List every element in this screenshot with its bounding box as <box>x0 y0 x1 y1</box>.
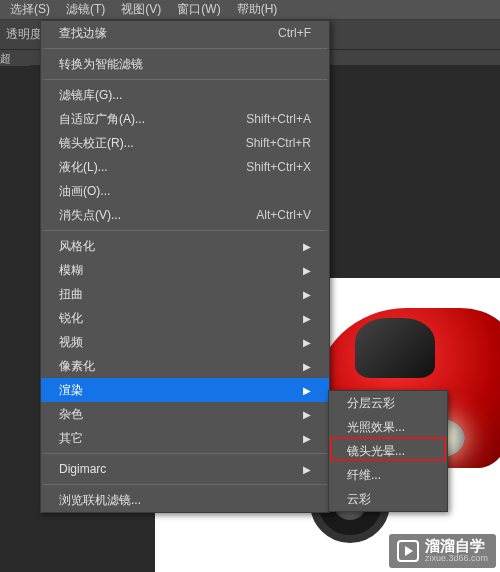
submenu-item-clouds[interactable]: 云彩 <box>329 487 447 511</box>
menu-label: 其它 <box>59 430 83 447</box>
menu-label: 浏览联机滤镜... <box>59 492 141 509</box>
watermark: 溜溜自学 zixue.3d66.com <box>389 534 496 568</box>
menu-item-vanishing-point[interactable]: 消失点(V)... Alt+Ctrl+V <box>41 203 329 227</box>
watermark-url: zixue.3d66.com <box>425 554 488 564</box>
menu-label: 镜头光晕... <box>347 443 405 460</box>
menu-item-stylize[interactable]: 风格化 ▶ <box>41 234 329 258</box>
chevron-right-icon: ▶ <box>303 241 311 252</box>
menu-item-sharpen[interactable]: 锐化 ▶ <box>41 306 329 330</box>
menu-help[interactable]: 帮助(H) <box>229 0 286 20</box>
menu-item-oil-paint[interactable]: 油画(O)... <box>41 179 329 203</box>
menu-label: 扭曲 <box>59 286 83 303</box>
watermark-title: 溜溜自学 <box>425 538 488 555</box>
menu-shortcut: Shift+Ctrl+R <box>246 136 311 150</box>
toolbar-left: 超 <box>0 50 30 66</box>
menu-label: 视频 <box>59 334 83 351</box>
menu-label: 云彩 <box>347 491 371 508</box>
chevron-right-icon: ▶ <box>303 464 311 475</box>
chevron-right-icon: ▶ <box>303 385 311 396</box>
chevron-right-icon: ▶ <box>303 361 311 372</box>
menu-item-find-edges[interactable]: 查找边缘 Ctrl+F <box>41 21 329 45</box>
menu-shortcut: Shift+Ctrl+A <box>246 112 311 126</box>
submenu-item-fibers[interactable]: 纤维... <box>329 463 447 487</box>
menu-item-browse-online[interactable]: 浏览联机滤镜... <box>41 488 329 512</box>
menu-label: 模糊 <box>59 262 83 279</box>
menu-label: 锐化 <box>59 310 83 327</box>
submenu-item-lens-flare[interactable]: 镜头光晕... <box>329 439 447 463</box>
menu-item-liquify[interactable]: 液化(L)... Shift+Ctrl+X <box>41 155 329 179</box>
menu-separator <box>43 453 327 454</box>
menu-filter[interactable]: 滤镜(T) <box>58 0 113 20</box>
menu-label: 消失点(V)... <box>59 207 121 224</box>
car-window <box>355 318 435 378</box>
menu-label: 液化(L)... <box>59 159 108 176</box>
play-icon <box>397 540 419 562</box>
menu-shortcut: Ctrl+F <box>278 26 311 40</box>
menu-view[interactable]: 视图(V) <box>113 0 169 20</box>
menu-label: 光照效果... <box>347 419 405 436</box>
submenu-item-lighting-effects[interactable]: 光照效果... <box>329 415 447 439</box>
menu-separator <box>43 230 327 231</box>
chevron-right-icon: ▶ <box>303 433 311 444</box>
menubar: 选择(S) 滤镜(T) 视图(V) 窗口(W) 帮助(H) <box>0 0 500 20</box>
menu-item-digimarc[interactable]: Digimarc ▶ <box>41 457 329 481</box>
menu-label: 自适应广角(A)... <box>59 111 145 128</box>
menu-item-distort[interactable]: 扭曲 ▶ <box>41 282 329 306</box>
chevron-right-icon: ▶ <box>303 289 311 300</box>
menu-label: 查找边缘 <box>59 25 107 42</box>
chevron-right-icon: ▶ <box>303 409 311 420</box>
menu-item-noise[interactable]: 杂色 ▶ <box>41 402 329 426</box>
render-submenu: 分层云彩 光照效果... 镜头光晕... 纤维... 云彩 <box>328 390 448 512</box>
menu-label: 分层云彩 <box>347 395 395 412</box>
menu-label: 纤维... <box>347 467 381 484</box>
menu-label: 镜头校正(R)... <box>59 135 134 152</box>
menu-item-lens-correction[interactable]: 镜头校正(R)... Shift+Ctrl+R <box>41 131 329 155</box>
menu-shortcut: Shift+Ctrl+X <box>246 160 311 174</box>
menu-item-pixelate[interactable]: 像素化 ▶ <box>41 354 329 378</box>
menu-label: 渲染 <box>59 382 83 399</box>
menu-item-blur[interactable]: 模糊 ▶ <box>41 258 329 282</box>
menu-shortcut: Alt+Ctrl+V <box>256 208 311 222</box>
menu-label: 油画(O)... <box>59 183 110 200</box>
menu-label: 转换为智能滤镜 <box>59 56 143 73</box>
menu-label: 像素化 <box>59 358 95 375</box>
menu-item-other[interactable]: 其它 ▶ <box>41 426 329 450</box>
menu-label: Digimarc <box>59 462 106 476</box>
chevron-right-icon: ▶ <box>303 313 311 324</box>
menu-label: 风格化 <box>59 238 95 255</box>
menu-item-adaptive-wide[interactable]: 自适应广角(A)... Shift+Ctrl+A <box>41 107 329 131</box>
menu-window[interactable]: 窗口(W) <box>169 0 228 20</box>
menu-separator <box>43 48 327 49</box>
menu-item-render[interactable]: 渲染 ▶ <box>41 378 329 402</box>
chevron-right-icon: ▶ <box>303 337 311 348</box>
menu-separator <box>43 484 327 485</box>
menu-item-filter-gallery[interactable]: 滤镜库(G)... <box>41 83 329 107</box>
menu-label: 杂色 <box>59 406 83 423</box>
menu-item-video[interactable]: 视频 ▶ <box>41 330 329 354</box>
filter-menu: 查找边缘 Ctrl+F 转换为智能滤镜 滤镜库(G)... 自适应广角(A)..… <box>40 20 330 513</box>
chevron-right-icon: ▶ <box>303 265 311 276</box>
super-label: 超 <box>0 51 11 66</box>
submenu-item-difference-clouds[interactable]: 分层云彩 <box>329 391 447 415</box>
menu-label: 滤镜库(G)... <box>59 87 122 104</box>
menu-separator <box>43 79 327 80</box>
menu-select[interactable]: 选择(S) <box>2 0 58 20</box>
menu-item-convert-smart[interactable]: 转换为智能滤镜 <box>41 52 329 76</box>
